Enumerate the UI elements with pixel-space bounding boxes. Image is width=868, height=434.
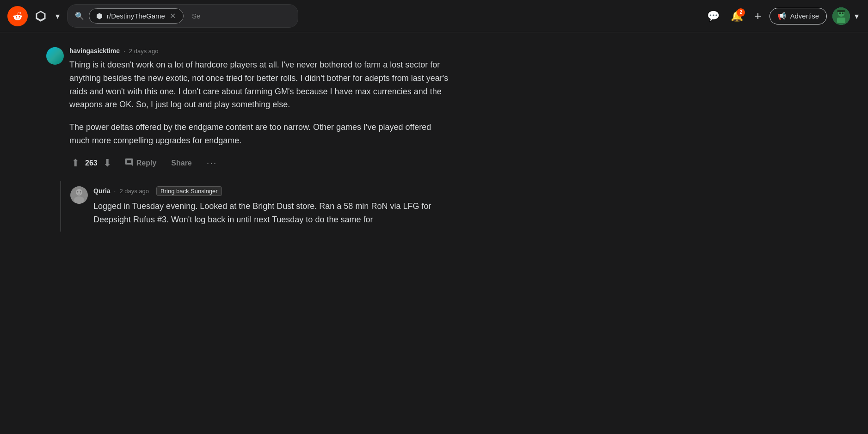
reply-icon-1: [124, 158, 134, 169]
downvote-button-1[interactable]: ⬇: [101, 155, 113, 171]
comment-meta-2: Quria · 2 days ago Bring back Sunsinger: [93, 186, 453, 196]
chat-icon: 💬: [707, 10, 720, 22]
megaphone-icon: 📢: [777, 12, 786, 20]
svg-point-11: [80, 191, 81, 192]
plus-icon: +: [754, 9, 761, 23]
notification-button[interactable]: 🔔 2: [728, 7, 746, 25]
reply-button-1[interactable]: Reply: [121, 155, 160, 171]
avatar-havingasicktime: [46, 47, 64, 65]
comment-time-2: 2 days ago: [119, 188, 149, 195]
svg-rect-5: [842, 12, 843, 14]
add-button[interactable]: +: [751, 6, 764, 26]
comment-body-1: havingasicktime · 2 days ago Thing is it…: [69, 47, 453, 171]
vote-container-1: ⬆ 263 ⬇: [69, 155, 113, 171]
comment-time-1: 2 days ago: [129, 48, 159, 55]
close-tab-button[interactable]: ✕: [169, 12, 177, 20]
svg-rect-6: [837, 10, 845, 12]
svg-rect-3: [837, 18, 845, 23]
notification-badge: 2: [737, 8, 745, 17]
svg-point-9: [74, 196, 84, 204]
main-content: havingasicktime · 2 days ago Thing is it…: [37, 32, 453, 241]
user-avatar: [832, 7, 850, 25]
nested-comment-text: Logged in Tuesday evening. Looked at the…: [93, 200, 453, 226]
svg-point-8: [76, 189, 82, 196]
search-icon: 🔍: [75, 12, 84, 20]
svg-point-10: [77, 191, 79, 192]
reply-label-1: Reply: [136, 159, 157, 167]
search-text: Se: [188, 12, 204, 20]
search-bar: 🔍 r/DestinyTheGame ✕ Se: [67, 4, 298, 28]
comment-meta-1: havingasicktime · 2 days ago: [69, 47, 453, 55]
user-dropdown-button[interactable]: ▾: [853, 9, 861, 23]
subreddit-name: r/DestinyTheGame: [107, 12, 165, 20]
reddit-logo[interactable]: [7, 6, 28, 26]
upvote-button-1[interactable]: ⬆: [69, 155, 81, 171]
advertise-button[interactable]: 📢 Advertise: [770, 8, 827, 24]
comment-havingasicktime: havingasicktime · 2 days ago Thing is it…: [37, 42, 453, 177]
more-button-1[interactable]: ···: [203, 156, 221, 170]
upvote-icon-1: ⬆: [71, 157, 80, 169]
destiny-icon: [33, 9, 48, 24]
comment-quria-inner: Quria · 2 days ago Bring back Sunsinger …: [70, 181, 453, 232]
subreddit-tab[interactable]: r/DestinyTheGame ✕: [89, 8, 184, 24]
top-navigation: ▾ 🔍 r/DestinyTheGame ✕ Se 💬 🔔 2 + 📢 Adve…: [0, 0, 868, 32]
vote-count-1: 263: [85, 159, 98, 167]
comment-author-1[interactable]: havingasicktime: [69, 47, 120, 55]
more-icon-1: ···: [207, 158, 217, 168]
comment-paragraph-1: Thing is it doesn't work on a lot of har…: [69, 58, 453, 111]
comment-actions-1: ⬆ 263 ⬇ Reply: [69, 155, 453, 171]
comment-nested-quria: Quria · 2 days ago Bring back Sunsinger …: [60, 181, 453, 232]
flair-badge: Bring back Sunsinger: [156, 186, 222, 196]
comment-paragraph-2: The power deltas offered by the endgame …: [69, 121, 453, 147]
svg-rect-4: [839, 12, 841, 14]
share-button-1[interactable]: Share: [167, 156, 195, 170]
comment-body-2: Quria · 2 days ago Bring back Sunsinger …: [93, 186, 453, 226]
user-menu[interactable]: ▾: [832, 7, 861, 25]
nav-dropdown-button[interactable]: ▾: [54, 9, 62, 23]
chat-button[interactable]: 💬: [704, 7, 722, 25]
advertise-label: Advertise: [790, 12, 819, 20]
avatar-quria: [70, 186, 88, 204]
downvote-icon-1: ⬇: [103, 157, 111, 169]
comment-text-1: Thing is it doesn't work on a lot of har…: [69, 58, 453, 147]
share-label-1: Share: [171, 159, 191, 167]
comment-author-2[interactable]: Quria: [93, 187, 111, 195]
